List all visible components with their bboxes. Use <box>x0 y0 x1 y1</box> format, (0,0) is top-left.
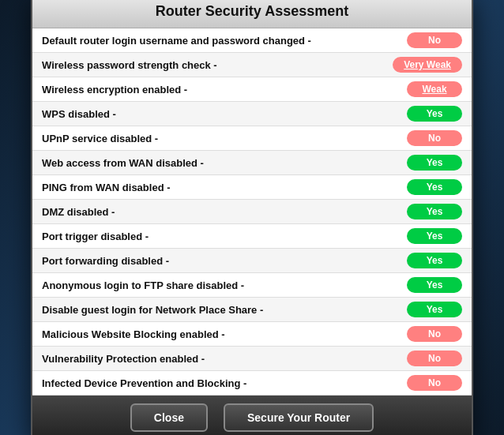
table-row: Default router login username and passwo… <box>32 28 472 53</box>
row-label: DMZ disabled - <box>42 206 407 218</box>
status-badge: No <box>407 326 462 342</box>
row-label: WPS disabled - <box>42 108 407 120</box>
row-label: UPnP service disabled - <box>42 133 407 144</box>
dialog-footer: Close Secure Your Router <box>32 396 472 435</box>
row-label: Anonymous login to FTP share disabled - <box>42 279 407 291</box>
table-row: Port forwarding disabled -Yes <box>32 249 472 273</box>
table-row: Wireless encryption enabled -Weak <box>32 77 472 102</box>
status-badge: Yes <box>407 179 462 195</box>
status-badge: Yes <box>407 253 462 268</box>
table-row: Infected Device Prevention and Blocking … <box>32 371 472 396</box>
row-label: Default router login username and passwo… <box>42 35 407 47</box>
table-row: Malicious Website Blocking enabled -No <box>32 322 472 347</box>
table-row: PING from WAN disabled -Yes <box>32 175 472 200</box>
row-label: Wireless encryption enabled - <box>42 84 407 96</box>
dialog-title: Router Security Assessment <box>32 0 472 28</box>
status-badge: Very Weak <box>393 57 462 73</box>
status-badge: Yes <box>407 106 462 122</box>
table-row: DMZ disabled -Yes <box>32 200 472 224</box>
status-badge: Yes <box>407 228 462 244</box>
status-badge: No <box>407 375 462 391</box>
status-badge: Yes <box>407 204 462 219</box>
secure-router-button[interactable]: Secure Your Router <box>224 403 374 432</box>
table-row: Wireless password strength check -Very W… <box>32 53 472 77</box>
row-label: Port forwarding disabled - <box>42 255 407 267</box>
row-label: Malicious Website Blocking enabled - <box>42 328 407 340</box>
table-row: Anonymous login to FTP share disabled -Y… <box>32 273 472 298</box>
table-row: UPnP service disabled -No <box>32 126 472 151</box>
table-row: WPS disabled -Yes <box>32 102 472 126</box>
status-badge: No <box>407 32 462 48</box>
router-security-dialog: Router Security Assessment Default route… <box>31 0 473 435</box>
table-row: Disable guest login for Network Place Sh… <box>32 298 472 322</box>
row-label: Web access from WAN disabled - <box>42 157 407 169</box>
status-badge: No <box>407 130 462 146</box>
row-label: Port trigger disabled - <box>42 231 407 242</box>
row-label: Wireless password strength check - <box>42 59 393 71</box>
assessment-rows: Default router login username and passwo… <box>32 28 472 396</box>
table-row: Port trigger disabled -Yes <box>32 224 472 249</box>
row-label: Vulnerability Protection enabled - <box>42 353 407 365</box>
status-badge: No <box>407 351 462 366</box>
status-badge: Weak <box>407 81 462 97</box>
status-badge: Yes <box>407 277 462 293</box>
row-label: PING from WAN disabled - <box>42 182 407 193</box>
close-button[interactable]: Close <box>130 403 208 432</box>
table-row: Vulnerability Protection enabled -No <box>32 347 472 371</box>
row-label: Infected Device Prevention and Blocking … <box>42 377 407 389</box>
status-badge: Yes <box>407 302 462 317</box>
table-row: Web access from WAN disabled -Yes <box>32 151 472 175</box>
row-label: Disable guest login for Network Place Sh… <box>42 304 407 316</box>
status-badge: Yes <box>407 155 462 171</box>
